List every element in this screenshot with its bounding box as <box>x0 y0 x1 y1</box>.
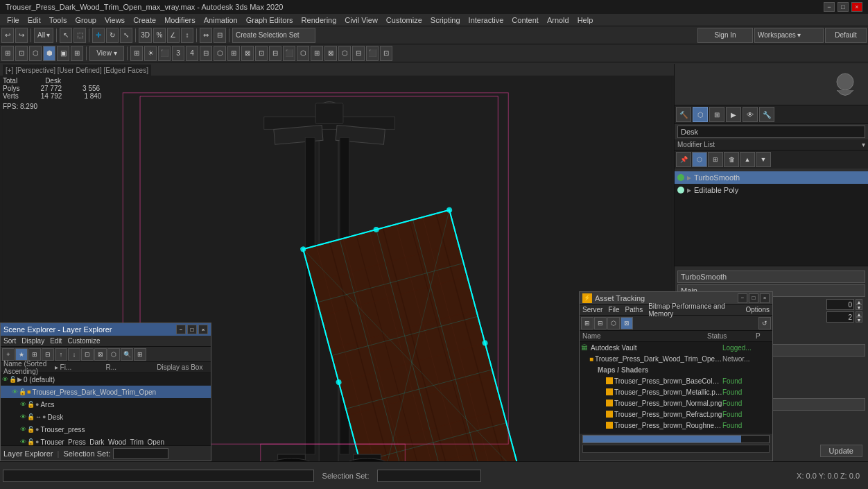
statusbar-input[interactable] <box>3 470 314 482</box>
mod-type-btn[interactable]: ⬡ <box>692 152 707 167</box>
at-btn3[interactable]: ⬡ <box>607 317 620 329</box>
menu-item-rendering[interactable]: Rendering <box>297 16 341 24</box>
at-item-roughness[interactable]: Trouser_Press_brown_Roughness.png Found <box>580 420 772 431</box>
se-footer-set-input[interactable] <box>113 448 168 459</box>
at-item-vault[interactable]: 🏛 Autodesk Vault Logged... <box>580 342 772 353</box>
mod-down-btn[interactable]: ▼ <box>756 152 771 167</box>
tb2-icons2[interactable]: ⬡ <box>214 46 226 61</box>
se-btn6[interactable]: ↓ <box>68 348 80 361</box>
se-item-5[interactable]: 👁 🔓 ● Trouser_Press_Dark_Wood_Trim_Open <box>1 436 211 445</box>
modifier-turbosmoothh[interactable]: ▶ TurboSmooth <box>675 171 868 184</box>
tb2-btn6[interactable]: ⊞ <box>71 46 83 61</box>
maximize-btn[interactable]: □ <box>837 2 849 12</box>
tb2-link-btn[interactable]: ⊞ <box>1 46 14 61</box>
render-iters-spinbox[interactable] <box>826 311 854 323</box>
redo-btn[interactable]: ↪ <box>15 28 28 43</box>
iterations-down[interactable]: ▼ <box>856 304 862 310</box>
render-iters-up[interactable]: ▲ <box>856 311 862 317</box>
at-menu-file[interactable]: File <box>608 306 619 314</box>
se-menu-display[interactable]: Display <box>21 337 44 345</box>
update-btn[interactable]: Update <box>820 445 862 457</box>
se-btn8[interactable]: ⊠ <box>94 348 107 361</box>
se-minimize-btn[interactable]: − <box>176 325 186 334</box>
tb2-icons1[interactable]: ⊟ <box>200 46 212 61</box>
panel-icon-display[interactable]: 👁 <box>743 107 758 122</box>
close-btn[interactable]: × <box>851 2 862 12</box>
rotate-btn[interactable]: ↻ <box>106 28 119 43</box>
tb2-cam-btn[interactable]: ⬛ <box>158 46 171 61</box>
modifier-list-dropdown[interactable]: ▾ <box>862 141 865 148</box>
tb2-btn3[interactable]: ⬡ <box>29 46 42 61</box>
se-menu-edit[interactable]: Edit <box>50 337 62 345</box>
selection-set-btn[interactable]: Create Selection Set <box>232 28 315 43</box>
menu-item-tools[interactable]: Tools <box>45 16 71 24</box>
tb2-btn4[interactable]: ⬢ <box>43 46 55 61</box>
mod-config-btn[interactable]: ⊞ <box>708 152 723 167</box>
tb2-icons7[interactable]: ⬛ <box>283 46 295 61</box>
se-btn7[interactable]: ⊡ <box>81 348 94 361</box>
tb2-btn5[interactable]: ▣ <box>57 46 69 61</box>
menu-item-scripting[interactable]: Scripting <box>426 16 465 24</box>
at-item-refract[interactable]: Trouser_Press_brown_Refract.png Found <box>580 409 772 420</box>
tb2-icons11[interactable]: ⬡ <box>338 46 351 61</box>
se-item-2[interactable]: 👁 🔓 ● Arcs <box>1 398 211 411</box>
menu-item-arnold[interactable]: Arnold <box>543 16 573 24</box>
workspace-value-btn[interactable]: Default <box>825 28 867 43</box>
at-item-normal[interactable]: Trouser_Press_brown_Normal.png Found <box>580 397 772 409</box>
at-btn2[interactable]: ⊟ <box>594 317 607 329</box>
angle-snap-btn[interactable]: ∠ <box>167 28 180 43</box>
menu-item-customize[interactable]: Customize <box>382 16 426 24</box>
tb2-light-btn[interactable]: ☀ <box>144 46 157 61</box>
at-menu-server[interactable]: Server <box>582 306 602 314</box>
minimize-btn[interactable]: − <box>824 2 835 12</box>
se-btn9[interactable]: ⬡ <box>107 348 120 361</box>
se-btn11[interactable]: ⊞ <box>134 348 146 361</box>
panel-icon-hierarchy[interactable]: ⊞ <box>709 107 724 122</box>
tb2-icons8[interactable]: ⬡ <box>297 46 309 61</box>
tb2-icons4[interactable]: ⊠ <box>241 46 254 61</box>
menu-item-graph-editors[interactable]: Graph Editors <box>242 16 297 24</box>
tb2-icons6[interactable]: ⊟ <box>269 46 281 61</box>
panel-icon-motion[interactable]: ▶ <box>726 107 741 122</box>
select-filter[interactable]: All ▾ <box>34 28 53 43</box>
tb2-3d2[interactable]: 4 <box>186 46 198 61</box>
align-btn[interactable]: ⊟ <box>214 28 226 43</box>
menu-item-animation[interactable]: Animation <box>200 16 242 24</box>
render-iters-down[interactable]: ▼ <box>856 317 862 323</box>
workspaces-dropdown[interactable]: Workspaces ▾ <box>754 28 824 43</box>
at-btn1[interactable]: ⊞ <box>581 317 593 329</box>
at-item-metallic[interactable]: Trouser_Press_brown_Metallic.png Found <box>580 386 772 397</box>
at-refresh-btn[interactable]: ↺ <box>758 317 771 329</box>
se-active-btn[interactable]: ★ <box>15 348 28 361</box>
iterations-spinbox[interactable] <box>826 299 854 310</box>
at-minimize-btn[interactable]: − <box>738 293 747 303</box>
tb2-btn2[interactable]: ⊡ <box>15 46 28 61</box>
sign-in-btn[interactable]: Sign In <box>697 28 753 43</box>
se-btn3[interactable]: ⊞ <box>28 348 41 361</box>
at-item-maps[interactable]: Maps / Shaders <box>580 364 772 375</box>
iterations-up[interactable]: ▲ <box>856 299 862 304</box>
region-btn[interactable]: ⬚ <box>73 28 86 43</box>
tb2-view-dropdown[interactable]: View ▾ <box>89 46 124 61</box>
se-item-3[interactable]: 👁 🔓 ↔ ● Desk <box>1 411 211 423</box>
se-new-btn[interactable]: + <box>2 348 15 361</box>
menu-item-views[interactable]: Views <box>101 16 129 24</box>
panel-icon-hammer[interactable]: 🔨 <box>676 107 691 122</box>
menu-item-content[interactable]: Content <box>507 16 543 24</box>
move-btn[interactable]: ✛ <box>92 28 105 43</box>
turbosmoothh-header[interactable]: TurboSmooth <box>677 271 865 283</box>
se-menu-sort[interactable]: Sort <box>3 337 16 345</box>
tb2-icons9[interactable]: ⊞ <box>311 46 323 61</box>
at-maximize-btn[interactable]: □ <box>749 293 758 303</box>
panel-icon-modifier[interactable]: ⬡ <box>693 107 708 122</box>
percent-snap-btn[interactable]: ↕ <box>181 28 193 43</box>
mod-pin-btn[interactable]: 📌 <box>676 152 691 167</box>
se-maximize-btn[interactable]: □ <box>187 325 197 334</box>
tb2-icons12[interactable]: ⊟ <box>352 46 365 61</box>
se-item-1[interactable]: 👁 🔓 ■ Trouser_Press_Dark_Wood_Trim_Open <box>1 386 211 398</box>
tb2-icons13[interactable]: ⬛ <box>366 46 379 61</box>
panel-icon-tools[interactable]: 🔧 <box>759 107 774 122</box>
at-item-maxfile[interactable]: ■ Trouser_Press_Dark_Wood_Trim_Open_max_… <box>580 353 772 364</box>
mod-up-btn[interactable]: ▲ <box>740 152 755 167</box>
se-menu-customize[interactable]: Customize <box>67 337 100 345</box>
